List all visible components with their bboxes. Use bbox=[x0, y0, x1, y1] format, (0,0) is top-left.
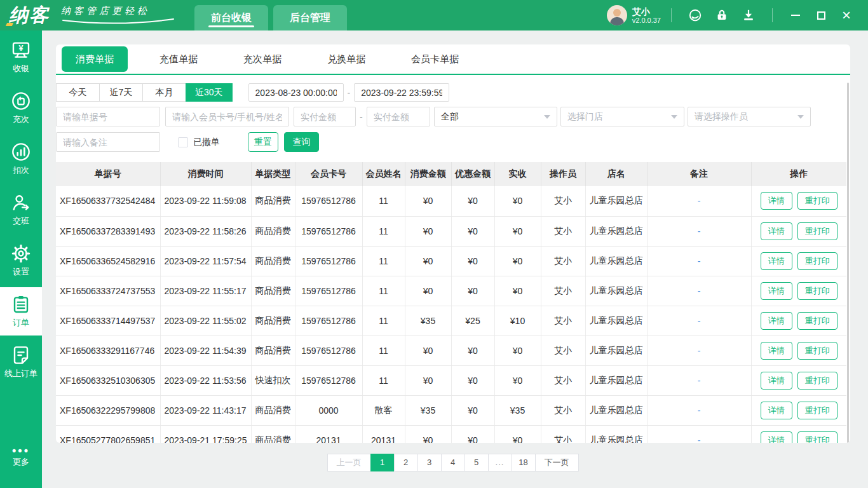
online-orders-icon bbox=[10, 345, 32, 365]
table-header-cell: 单据类型 bbox=[251, 162, 295, 186]
chevron-down-icon bbox=[797, 115, 804, 119]
filter-area: 今天 近7天 本月 近30天 - - 全部 bbox=[56, 83, 850, 152]
reprint-button[interactable]: 重打印 bbox=[797, 312, 837, 330]
reset-button[interactable]: 重置 bbox=[248, 132, 278, 152]
table-cell-actions: 详情重打印 bbox=[751, 395, 846, 425]
more-pages-button[interactable]: ... bbox=[488, 454, 512, 471]
page-number-button[interactable]: 1 bbox=[370, 454, 395, 471]
order-no-input[interactable] bbox=[56, 107, 160, 126]
table-row: XF165063332911677462023-09-22 11:54:39商品… bbox=[56, 336, 846, 365]
table-cell: 艾小 bbox=[541, 425, 585, 443]
table-cell: 0000 bbox=[295, 395, 362, 425]
sidebar-item-more[interactable]: ••• 更多 bbox=[0, 433, 42, 482]
sidebar-item-cashier[interactable]: ¥ 收银 bbox=[0, 33, 42, 81]
table-row: XF165063377325424842023-09-22 11:59:08商品… bbox=[56, 186, 846, 216]
table-cell: 2023-09-22 11:54:39 bbox=[160, 336, 251, 365]
sidebar-item-recharge-times[interactable]: 充次 bbox=[0, 84, 42, 132]
table-cell: 15976512786 bbox=[295, 336, 362, 365]
start-date-input[interactable] bbox=[248, 83, 344, 102]
end-date-input[interactable] bbox=[354, 83, 449, 102]
table-cell: XF16506332510306305 bbox=[56, 365, 160, 395]
table-cell: 艾小 bbox=[541, 246, 585, 276]
table-cell: ¥0 bbox=[451, 425, 494, 443]
close-button[interactable]: × bbox=[841, 10, 852, 21]
table-cell: 儿童乐园总店 bbox=[585, 186, 647, 216]
detail-button[interactable]: 详情 bbox=[761, 192, 792, 210]
next-page-button[interactable]: 下一页 bbox=[535, 454, 579, 471]
amount-max-input[interactable] bbox=[367, 107, 430, 126]
vertical-scrollbar[interactable] bbox=[847, 83, 849, 443]
operator-select[interactable]: 请选择操作员 bbox=[688, 107, 811, 126]
order-type-select[interactable]: 全部 bbox=[434, 107, 557, 126]
reprint-button[interactable]: 重打印 bbox=[797, 402, 837, 419]
page-number-button[interactable]: 4 bbox=[441, 454, 465, 471]
table-cell: - bbox=[647, 216, 751, 246]
table-header-row: 单据号消费时间单据类型会员卡号会员姓名消费金额优惠金额实收操作员店名备注操作 bbox=[56, 162, 846, 186]
sidebar-item-online-orders[interactable]: 线上订单 bbox=[0, 338, 42, 386]
reprint-button[interactable]: 重打印 bbox=[797, 431, 837, 444]
reprint-button[interactable]: 重打印 bbox=[797, 282, 837, 300]
table-cell: ¥0 bbox=[451, 276, 494, 306]
sidebar-item-settings[interactable]: 设置 bbox=[0, 236, 42, 285]
sidebar-item-orders[interactable]: 订单 bbox=[0, 287, 42, 336]
table-cell: XF16506333714497537 bbox=[56, 306, 160, 336]
quick-date-month[interactable]: 本月 bbox=[142, 83, 186, 102]
reprint-button[interactable]: 重打印 bbox=[797, 252, 837, 270]
nav-tab-front-cashier[interactable]: 前台收银 bbox=[194, 5, 268, 30]
reprint-button[interactable]: 重打印 bbox=[797, 372, 837, 390]
table-cell: 艾小 bbox=[541, 336, 585, 365]
minimize-button[interactable] bbox=[790, 10, 801, 21]
table-cell: - bbox=[647, 425, 751, 443]
reprint-button[interactable]: 重打印 bbox=[797, 192, 837, 210]
nav-tab-backend-admin[interactable]: 后台管理 bbox=[273, 5, 347, 30]
detail-button[interactable]: 详情 bbox=[761, 402, 792, 419]
quick-date-30days[interactable]: 近30天 bbox=[186, 83, 233, 102]
support-icon[interactable] bbox=[688, 8, 702, 22]
detail-button[interactable]: 详情 bbox=[761, 342, 792, 360]
table-cell: 商品消费 bbox=[251, 276, 295, 306]
user-avatar[interactable] bbox=[607, 5, 627, 25]
detail-button[interactable]: 详情 bbox=[761, 282, 792, 300]
table-cell: 11 bbox=[362, 336, 405, 365]
tab-exchange-orders[interactable]: 兑换单据 bbox=[313, 46, 379, 72]
amount-min-input[interactable] bbox=[294, 107, 356, 126]
reprint-button[interactable]: 重打印 bbox=[797, 222, 837, 240]
main-content: 消费单据 充值单据 充次单据 兑换单据 会员卡单据 今天 近7天 本月 近30天… bbox=[42, 30, 868, 488]
user-meta: 艾小 v2.0.0.37 bbox=[632, 6, 661, 25]
table-cell: 商品消费 bbox=[251, 306, 295, 336]
lock-icon[interactable] bbox=[715, 8, 729, 22]
download-icon[interactable] bbox=[742, 8, 756, 22]
table-cell: 艾小 bbox=[541, 306, 585, 336]
store-select[interactable]: 选择门店 bbox=[560, 107, 684, 126]
tab-consume-orders[interactable]: 消费单据 bbox=[62, 46, 128, 72]
table-cell-actions: 详情重打印 bbox=[751, 306, 846, 336]
page-number-button[interactable]: 2 bbox=[394, 454, 418, 471]
tab-recharge-orders[interactable]: 充值单据 bbox=[146, 46, 212, 72]
date-range-separator: - bbox=[348, 88, 351, 98]
table-cell-actions: 详情重打印 bbox=[751, 336, 846, 365]
maximize-button[interactable] bbox=[815, 10, 827, 21]
table-cell: 快速扣次 bbox=[251, 365, 295, 395]
member-search-input[interactable] bbox=[165, 107, 289, 126]
sidebar-item-shift-handover[interactable]: 交班 bbox=[0, 186, 42, 234]
detail-button[interactable]: 详情 bbox=[761, 252, 792, 270]
revoked-label: 已撤单 bbox=[193, 137, 220, 148]
quick-date-today[interactable]: 今天 bbox=[56, 83, 100, 102]
table-cell: ¥0 bbox=[451, 395, 494, 425]
page-number-button[interactable]: 5 bbox=[465, 454, 489, 471]
tab-recharge-times-orders[interactable]: 充次单据 bbox=[229, 46, 295, 72]
reprint-button[interactable]: 重打印 bbox=[797, 342, 837, 360]
sidebar-item-deduct-times[interactable]: 扣次 bbox=[0, 135, 42, 183]
table-cell: ¥0 bbox=[494, 425, 541, 443]
page-number-button[interactable]: 18 bbox=[512, 454, 536, 471]
revoked-checkbox[interactable] bbox=[178, 137, 188, 147]
detail-button[interactable]: 详情 bbox=[761, 312, 792, 330]
tab-member-card-orders[interactable]: 会员卡单据 bbox=[397, 46, 473, 72]
detail-button[interactable]: 详情 bbox=[761, 372, 792, 390]
detail-button[interactable]: 详情 bbox=[761, 431, 792, 444]
detail-button[interactable]: 详情 bbox=[761, 222, 792, 240]
quick-date-7days[interactable]: 近7天 bbox=[99, 83, 143, 102]
search-button[interactable]: 查询 bbox=[284, 132, 319, 152]
page-number-button[interactable]: 3 bbox=[417, 454, 442, 471]
remark-input[interactable] bbox=[56, 132, 160, 152]
